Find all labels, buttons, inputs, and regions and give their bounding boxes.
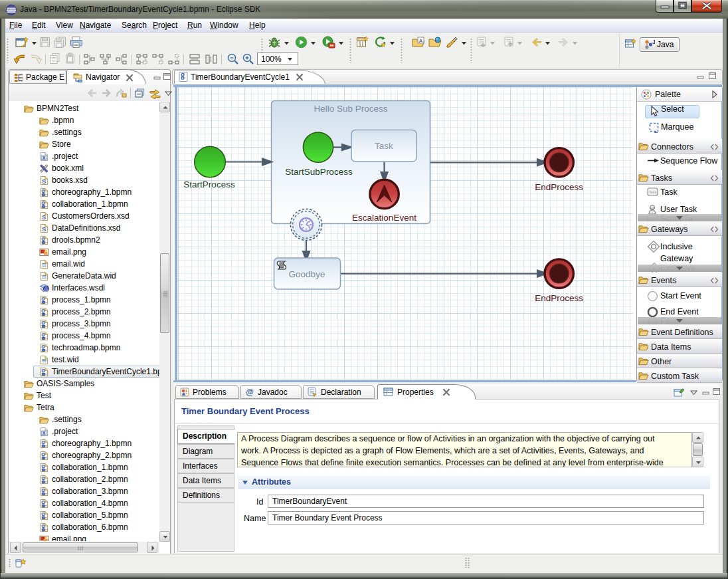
svg-text:StartSubProcess: StartSubProcess (285, 167, 353, 177)
svg-text:A: A (419, 38, 423, 44)
svg-text:Task: Task (375, 141, 393, 151)
svg-text:EndProcess: EndProcess (535, 182, 583, 192)
svg-text:Hello Sub Process: Hello Sub Process (314, 104, 387, 114)
svg-text:Task: Task (649, 190, 657, 194)
svg-text:Goodbye: Goodbye (289, 269, 325, 279)
svg-text:EndProcess: EndProcess (535, 293, 583, 303)
svg-text:EscalationEvent: EscalationEvent (352, 213, 416, 223)
svg-text:StartProcess: StartProcess (183, 179, 235, 189)
svg-text:J: J (652, 39, 655, 45)
